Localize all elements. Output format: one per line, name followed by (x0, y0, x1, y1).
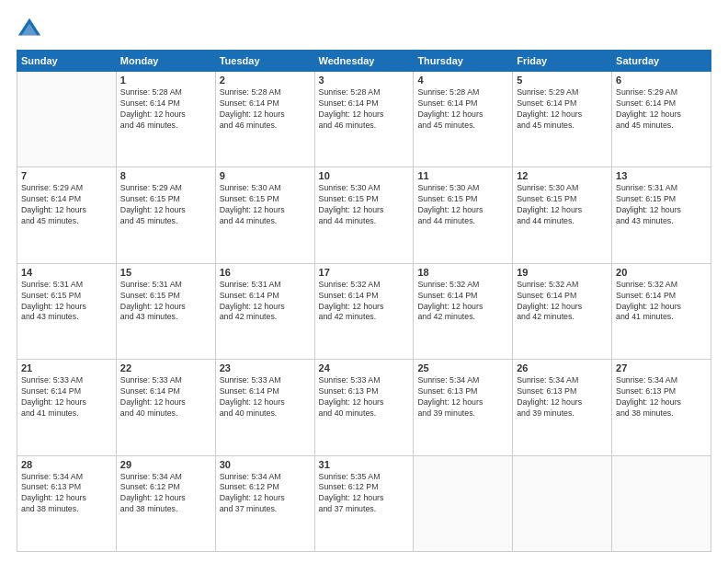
cell-info: Sunrise: 5:34 AM Sunset: 6:13 PM Dayligh… (616, 375, 707, 419)
calendar-header-row: SundayMondayTuesdayWednesdayThursdayFrid… (17, 51, 711, 72)
cell-day-number: 10 (319, 170, 410, 181)
cell-day-number: 14 (21, 267, 112, 278)
calendar-header-sunday: Sunday (17, 51, 117, 72)
calendar-header-friday: Friday (513, 51, 612, 72)
cell-info: Sunrise: 5:33 AM Sunset: 6:14 PM Dayligh… (120, 375, 211, 419)
calendar-cell (414, 455, 513, 551)
cell-info: Sunrise: 5:33 AM Sunset: 6:14 PM Dayligh… (21, 375, 112, 419)
cell-day-number: 2 (220, 75, 311, 86)
calendar-cell: 10Sunrise: 5:30 AM Sunset: 6:15 PM Dayli… (314, 167, 414, 263)
cell-day-number: 17 (319, 267, 410, 278)
cell-day-number: 28 (21, 459, 112, 470)
cell-info: Sunrise: 5:28 AM Sunset: 6:14 PM Dayligh… (120, 87, 211, 132)
calendar-cell (513, 455, 612, 551)
calendar-table: SundayMondayTuesdayWednesdayThursdayFrid… (17, 50, 711, 552)
cell-day-number: 12 (517, 170, 608, 181)
calendar-cell (17, 72, 117, 167)
cell-day-number: 13 (616, 170, 707, 181)
cell-day-number: 26 (517, 362, 608, 373)
calendar-cell: 28Sunrise: 5:34 AM Sunset: 6:13 PM Dayli… (17, 455, 117, 551)
calendar-cell: 22Sunrise: 5:33 AM Sunset: 6:14 PM Dayli… (116, 360, 215, 455)
cell-info: Sunrise: 5:30 AM Sunset: 6:15 PM Dayligh… (220, 183, 311, 227)
cell-info: Sunrise: 5:32 AM Sunset: 6:14 PM Dayligh… (319, 280, 410, 324)
calendar-cell: 7Sunrise: 5:29 AM Sunset: 6:14 PM Daylig… (17, 167, 117, 263)
cell-info: Sunrise: 5:30 AM Sunset: 6:15 PM Dayligh… (319, 183, 410, 227)
cell-info: Sunrise: 5:28 AM Sunset: 6:14 PM Dayligh… (417, 87, 508, 132)
cell-info: Sunrise: 5:33 AM Sunset: 6:13 PM Dayligh… (319, 375, 410, 419)
cell-day-number: 7 (21, 170, 112, 181)
calendar-week-row: 28Sunrise: 5:34 AM Sunset: 6:13 PM Dayli… (17, 455, 711, 551)
calendar-cell: 13Sunrise: 5:31 AM Sunset: 6:15 PM Dayli… (612, 167, 711, 263)
calendar-week-row: 14Sunrise: 5:31 AM Sunset: 6:15 PM Dayli… (17, 263, 711, 359)
calendar-cell: 11Sunrise: 5:30 AM Sunset: 6:15 PM Dayli… (414, 167, 513, 263)
cell-info: Sunrise: 5:29 AM Sunset: 6:14 PM Dayligh… (517, 87, 608, 132)
cell-info: Sunrise: 5:31 AM Sunset: 6:15 PM Dayligh… (120, 280, 211, 324)
cell-info: Sunrise: 5:29 AM Sunset: 6:14 PM Dayligh… (616, 87, 707, 132)
calendar-cell: 30Sunrise: 5:34 AM Sunset: 6:12 PM Dayli… (215, 455, 314, 551)
cell-day-number: 16 (220, 267, 311, 278)
cell-day-number: 30 (220, 459, 311, 470)
calendar-cell: 21Sunrise: 5:33 AM Sunset: 6:14 PM Dayli… (17, 360, 117, 455)
calendar-cell: 20Sunrise: 5:32 AM Sunset: 6:14 PM Dayli… (612, 263, 711, 359)
calendar-cell: 5Sunrise: 5:29 AM Sunset: 6:14 PM Daylig… (513, 72, 612, 167)
calendar-cell: 1Sunrise: 5:28 AM Sunset: 6:14 PM Daylig… (116, 72, 215, 167)
cell-info: Sunrise: 5:34 AM Sunset: 6:13 PM Dayligh… (21, 472, 112, 516)
calendar-cell: 18Sunrise: 5:32 AM Sunset: 6:14 PM Dayli… (414, 263, 513, 359)
calendar-cell: 4Sunrise: 5:28 AM Sunset: 6:14 PM Daylig… (414, 72, 513, 167)
calendar-week-row: 21Sunrise: 5:33 AM Sunset: 6:14 PM Dayli… (17, 360, 711, 455)
calendar-cell: 8Sunrise: 5:29 AM Sunset: 6:15 PM Daylig… (116, 167, 215, 263)
cell-info: Sunrise: 5:32 AM Sunset: 6:14 PM Dayligh… (517, 280, 608, 324)
cell-info: Sunrise: 5:35 AM Sunset: 6:12 PM Dayligh… (319, 472, 410, 516)
calendar-cell: 24Sunrise: 5:33 AM Sunset: 6:13 PM Dayli… (314, 360, 414, 455)
calendar-week-row: 7Sunrise: 5:29 AM Sunset: 6:14 PM Daylig… (17, 167, 711, 263)
calendar-cell: 9Sunrise: 5:30 AM Sunset: 6:15 PM Daylig… (215, 167, 314, 263)
cell-day-number: 3 (319, 75, 410, 86)
calendar-week-row: 1Sunrise: 5:28 AM Sunset: 6:14 PM Daylig… (17, 72, 711, 167)
calendar-cell: 23Sunrise: 5:33 AM Sunset: 6:14 PM Dayli… (215, 360, 314, 455)
cell-day-number: 22 (120, 362, 211, 373)
cell-info: Sunrise: 5:34 AM Sunset: 6:13 PM Dayligh… (417, 375, 508, 419)
calendar-cell: 14Sunrise: 5:31 AM Sunset: 6:15 PM Dayli… (17, 263, 117, 359)
calendar-header-monday: Monday (116, 51, 215, 72)
cell-day-number: 9 (220, 170, 311, 181)
cell-day-number: 15 (120, 267, 211, 278)
calendar-cell: 2Sunrise: 5:28 AM Sunset: 6:14 PM Daylig… (215, 72, 314, 167)
cell-info: Sunrise: 5:31 AM Sunset: 6:14 PM Dayligh… (220, 280, 311, 324)
cell-info: Sunrise: 5:30 AM Sunset: 6:15 PM Dayligh… (417, 183, 508, 227)
calendar-cell: 25Sunrise: 5:34 AM Sunset: 6:13 PM Dayli… (414, 360, 513, 455)
cell-day-number: 27 (616, 362, 707, 373)
cell-info: Sunrise: 5:33 AM Sunset: 6:14 PM Dayligh… (220, 375, 311, 419)
cell-info: Sunrise: 5:34 AM Sunset: 6:13 PM Dayligh… (517, 375, 608, 419)
cell-info: Sunrise: 5:34 AM Sunset: 6:12 PM Dayligh… (220, 472, 311, 516)
cell-day-number: 1 (120, 75, 211, 86)
calendar-cell: 6Sunrise: 5:29 AM Sunset: 6:14 PM Daylig… (612, 72, 711, 167)
cell-day-number: 18 (417, 267, 508, 278)
cell-day-number: 8 (120, 170, 211, 181)
calendar-header-wednesday: Wednesday (314, 51, 414, 72)
cell-info: Sunrise: 5:32 AM Sunset: 6:14 PM Dayligh… (616, 280, 707, 324)
page-header (17, 17, 711, 42)
cell-day-number: 25 (417, 362, 508, 373)
cell-info: Sunrise: 5:29 AM Sunset: 6:15 PM Dayligh… (120, 183, 211, 227)
cell-info: Sunrise: 5:31 AM Sunset: 6:15 PM Dayligh… (616, 183, 707, 227)
calendar-header-tuesday: Tuesday (215, 51, 314, 72)
calendar-cell: 19Sunrise: 5:32 AM Sunset: 6:14 PM Dayli… (513, 263, 612, 359)
cell-day-number: 5 (517, 75, 608, 86)
cell-day-number: 31 (319, 459, 410, 470)
calendar-cell: 16Sunrise: 5:31 AM Sunset: 6:14 PM Dayli… (215, 263, 314, 359)
cell-day-number: 21 (21, 362, 112, 373)
cell-day-number: 24 (319, 362, 410, 373)
cell-day-number: 19 (517, 267, 608, 278)
cell-info: Sunrise: 5:30 AM Sunset: 6:15 PM Dayligh… (517, 183, 608, 227)
cell-info: Sunrise: 5:28 AM Sunset: 6:14 PM Dayligh… (319, 87, 410, 132)
cell-info: Sunrise: 5:31 AM Sunset: 6:15 PM Dayligh… (21, 280, 112, 324)
cell-day-number: 4 (417, 75, 508, 86)
calendar-cell: 15Sunrise: 5:31 AM Sunset: 6:15 PM Dayli… (116, 263, 215, 359)
logo-icon (17, 17, 42, 42)
cell-day-number: 20 (616, 267, 707, 278)
calendar-cell (612, 455, 711, 551)
cell-info: Sunrise: 5:32 AM Sunset: 6:14 PM Dayligh… (417, 280, 508, 324)
calendar-cell: 27Sunrise: 5:34 AM Sunset: 6:13 PM Dayli… (612, 360, 711, 455)
calendar-header-saturday: Saturday (612, 51, 711, 72)
cell-info: Sunrise: 5:29 AM Sunset: 6:14 PM Dayligh… (21, 183, 112, 227)
